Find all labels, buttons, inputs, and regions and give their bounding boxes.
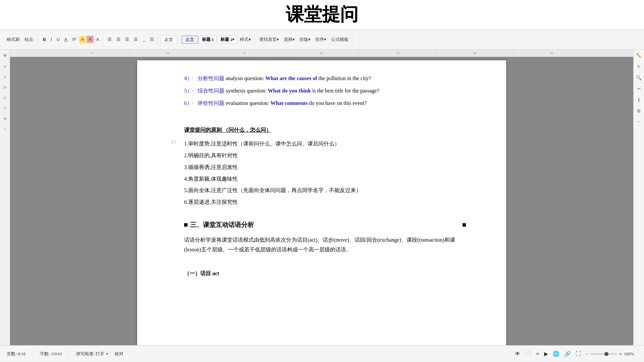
right-icon-info[interactable]: ℹ bbox=[638, 97, 640, 103]
principle-5: 5.面向全体,注意广泛性（先面向全体问问题，再点同学名字，不能反过来） bbox=[184, 186, 466, 195]
list-prefix-6: 评价性问题 bbox=[198, 100, 224, 106]
spell-check-status[interactable]: 拼写检查: 打开 ▾ bbox=[76, 351, 108, 357]
document-page: 4）· 分析性问题 analysis question: What are th… bbox=[137, 60, 506, 345]
dropdown-arrow[interactable]: ▾ bbox=[106, 352, 108, 356]
ruler-marks: | 5 | 10 | 15 | 20 | 25 | 30 | 35 | bbox=[54, 52, 590, 55]
section3-heading-row: 三、课堂互动话语分析 bbox=[184, 219, 466, 231]
spell-check-label: 拼写检查: 打开 bbox=[76, 351, 105, 357]
toolbar-font-group: B I U A X² A A A bbox=[40, 33, 103, 46]
view-icon[interactable]: 👁 bbox=[515, 351, 520, 357]
ruler: | 5 | 10 | 15 | 20 | 25 | 30 | 35 | bbox=[0, 50, 644, 57]
sidebar-icon-7[interactable]: ⊕ bbox=[4, 117, 6, 120]
sidebar-icon-3[interactable]: 9 bbox=[4, 75, 6, 79]
style-h2-btn[interactable]: 标题 2 ▾ bbox=[217, 36, 237, 44]
review-btn[interactable]: 止文 bbox=[160, 36, 177, 44]
right-sidebar: ✏️ ↖ 🔍 ✂ ℹ ⚙ ··· bbox=[633, 50, 644, 345]
list-item-5: 5）· 综合性问题 synthesis question: What do yo… bbox=[184, 86, 466, 96]
spacer-3 bbox=[184, 259, 466, 263]
fullscreen-icon[interactable]: ⛶ bbox=[576, 351, 581, 357]
toolbar-edit-group: 查找首页▾ 选择▾ 排版▾ 排序▾ 公式模板 bbox=[256, 33, 352, 46]
globe-icon[interactable]: 🌐 bbox=[553, 351, 559, 357]
list-prefix-5: 综合性问题 bbox=[198, 88, 224, 94]
list-item-4: 4）· 分析性问题 analysis question: What are th… bbox=[184, 74, 466, 83]
italic-btn[interactable]: I bbox=[49, 36, 54, 43]
zoom-slider[interactable] bbox=[590, 353, 617, 355]
font-color-btn[interactable]: A bbox=[62, 36, 69, 43]
principle-3: 3.循循善诱,注意启发性 bbox=[184, 163, 466, 172]
para-handle[interactable]: ⠿⠿ bbox=[171, 139, 177, 146]
list-bold-4: What are the causes of bbox=[265, 75, 317, 81]
sidebar-icon-8[interactable]: ☆ bbox=[3, 127, 6, 131]
sidebar-icon-4[interactable]: 10 bbox=[3, 85, 7, 89]
section3-body: 话语分析学派将课堂话语模式由低到高依次分为话目(act)、话步(move)、话回… bbox=[184, 235, 466, 255]
toolbar-review-group: 止文 bbox=[159, 33, 179, 46]
highlight-btn[interactable]: A bbox=[87, 36, 94, 43]
align-right-btn[interactable]: ☰ bbox=[123, 36, 131, 43]
justify-btn[interactable]: ☰ bbox=[132, 36, 140, 43]
toolbar: 格式刷 站点· B I U A X² A A A ☰ ☰ ☰ ☰ ⎯ ☰ 止文 … bbox=[0, 29, 644, 50]
sidebar-icon-5[interactable]: 11 bbox=[3, 96, 7, 100]
right-icon-more[interactable]: ··· bbox=[637, 119, 641, 125]
right-icon-search[interactable]: 🔍 bbox=[636, 75, 642, 81]
principle-6: 6.逐层递进,关注探究性 bbox=[184, 197, 466, 207]
bullet-left bbox=[184, 223, 187, 227]
formula-btn[interactable]: 公式模板 bbox=[329, 36, 351, 44]
proofread-label: 校对 bbox=[115, 351, 123, 357]
columns-btn[interactable]: ⎯ bbox=[141, 36, 147, 43]
find-btn[interactable]: 查找首页▾ bbox=[257, 36, 281, 44]
zoom-control: − + 160% bbox=[586, 351, 637, 357]
link-icon[interactable]: 🔗 bbox=[564, 351, 571, 357]
right-icon-cursor[interactable]: ↖ bbox=[637, 64, 641, 70]
principle-2: 2.明确目的,具有针对性 bbox=[184, 151, 466, 161]
word-count-label: 字数: 15010 bbox=[40, 351, 62, 357]
list-icon[interactable]: ≡ bbox=[536, 351, 539, 357]
line-spacing-btn[interactable]: ☰ bbox=[148, 36, 156, 43]
list-content-5: 综合性问题 synthesis question: What do you th… bbox=[198, 86, 466, 96]
style-format-btn[interactable]: 样式▾ bbox=[238, 36, 253, 44]
align-left-btn[interactable]: ☰ bbox=[106, 36, 114, 43]
document-container: 4）· 分析性问题 analysis question: What are th… bbox=[10, 57, 633, 345]
list-content-4: 分析性问题 analysis question: What are the ca… bbox=[198, 74, 466, 83]
list-bold-5: What do you think bbox=[268, 88, 311, 94]
toolbar-styles-group: 止文 标题 1 标题 2 ▾ 样式▾ bbox=[180, 33, 255, 46]
char-shading-btn[interactable]: A bbox=[94, 36, 101, 43]
right-icon-edit[interactable]: ✏️ bbox=[636, 53, 642, 59]
section3-title: 三、课堂互动话语分析 bbox=[190, 219, 254, 231]
principle-1: 1.审时度势,注意适时性（课前问什么、课中怎么问、课后问什么） bbox=[184, 139, 466, 149]
list-num-6: 6）· bbox=[184, 99, 198, 108]
zoom-in-btn[interactable]: + bbox=[619, 351, 622, 357]
arrange-btn[interactable]: 排版▾ bbox=[298, 36, 313, 44]
word-count-status: 字数: 15010 bbox=[40, 351, 62, 357]
play-icon[interactable]: ▶ bbox=[544, 351, 548, 357]
sidebar-icon-2[interactable]: 8 bbox=[4, 65, 6, 68]
zoom-out-btn[interactable]: − bbox=[586, 351, 588, 357]
proofread-status[interactable]: 校对 bbox=[115, 351, 123, 357]
select-btn[interactable]: 选择▾ bbox=[282, 36, 297, 44]
document-icon[interactable]: 📄 bbox=[525, 351, 532, 357]
sidebar-icon-1[interactable]: ⊕ bbox=[3, 53, 7, 58]
bold-btn[interactable]: B bbox=[41, 36, 48, 43]
font-bg-btn[interactable]: A bbox=[79, 36, 86, 43]
list-item-6: 6）· 评价性问题 evaluation question: What comm… bbox=[184, 99, 466, 108]
sub-section-title: （一）话目 act bbox=[184, 269, 466, 279]
site-btn[interactable]: 站点· bbox=[22, 36, 37, 44]
toolbar-align-group: ☰ ☰ ☰ ☰ ⎯ ☰ bbox=[104, 33, 158, 46]
align-center-btn[interactable]: ☰ bbox=[114, 36, 122, 43]
right-icon-scissors[interactable]: ✂ bbox=[637, 86, 641, 92]
underline-btn[interactable]: U bbox=[55, 36, 62, 43]
list-prefix-4: 分析性问题 bbox=[198, 75, 224, 81]
right-icon-settings[interactable]: ⚙ bbox=[637, 108, 641, 114]
spacer-2 bbox=[184, 209, 466, 219]
style-normal-btn[interactable]: 止文 bbox=[181, 36, 198, 44]
spacer-1 bbox=[184, 111, 466, 117]
left-sidebar: ⊕ 8 9 10 11 12 ⊕ ☆ bbox=[0, 50, 10, 345]
zoom-level: 160% bbox=[624, 351, 637, 357]
list-bold-6: What comments bbox=[270, 100, 308, 106]
format-brush-btn[interactable]: 格式刷 bbox=[5, 36, 22, 44]
sidebar-icon-6[interactable]: 12 bbox=[3, 106, 7, 110]
status-right: 👁 📄 ≡ ▶ 🌐 🔗 ⛶ − + 160% bbox=[515, 351, 637, 357]
superscript-btn[interactable]: X² bbox=[70, 36, 78, 43]
sort-btn[interactable]: 排序▾ bbox=[313, 36, 328, 44]
style-h1-btn[interactable]: 标题 1 bbox=[199, 36, 217, 44]
page-status-label: 页数: 8/18 bbox=[7, 351, 25, 357]
